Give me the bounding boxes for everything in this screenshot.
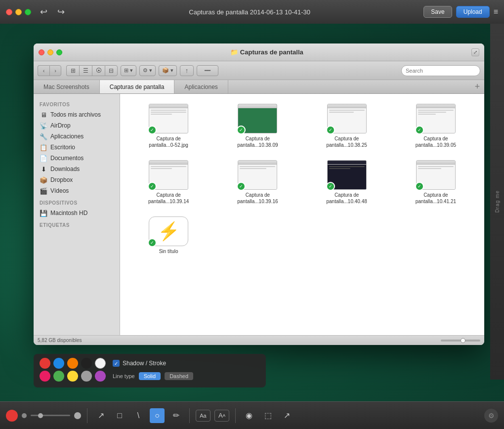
finder-zoom[interactable] xyxy=(56,49,62,55)
maximize-button[interactable] xyxy=(25,9,31,15)
tab-capturas[interactable]: Capturas de pantalla xyxy=(100,80,175,93)
oval-tool-button[interactable]: ○ xyxy=(150,408,165,423)
sidebar-item-escritorio[interactable]: 📋 Escritorio xyxy=(34,142,120,153)
settings-button[interactable]: ⚙ xyxy=(484,409,498,423)
text-large-button[interactable]: AA xyxy=(214,410,229,422)
color-orange[interactable] xyxy=(67,358,78,369)
dot-small[interactable] xyxy=(22,413,27,418)
main-color-picker[interactable] xyxy=(6,410,18,422)
slider-track[interactable] xyxy=(31,415,70,416)
file-item[interactable]: ✓ Captura de pantalla...10.39.14 xyxy=(126,156,211,209)
color-black[interactable] xyxy=(81,358,92,369)
sidebar-item-macintosh[interactable]: 💾 Macintosh HD xyxy=(34,208,120,218)
action-button[interactable]: ⚙ ▾ xyxy=(139,65,156,76)
color-yellow[interactable] xyxy=(67,371,78,382)
file-item[interactable]: ⚡ ✓ Sin título xyxy=(126,213,211,258)
toolbar-right: Save Upload ≡ xyxy=(423,6,498,18)
favorites-section-title: FAVORITOS xyxy=(34,98,120,109)
zoom-slider[interactable] xyxy=(441,340,480,342)
dropbox-button[interactable]: 📦 ▾ xyxy=(159,65,177,76)
sidebar: FAVORITOS 🖥 Todos mis archivos 📡 AirDrop… xyxy=(34,94,120,335)
finder-close[interactable] xyxy=(39,49,44,55)
menu-button[interactable]: ≡ xyxy=(494,7,498,16)
add-tab-button[interactable]: + xyxy=(472,82,482,92)
edit-button[interactable]: ━━ xyxy=(197,65,218,76)
pointer-tool-button[interactable]: ↗ xyxy=(279,408,294,423)
check-badge: ✓ xyxy=(148,238,157,247)
file-item[interactable]: ✓ Captura de pantalla...10.40.48 xyxy=(304,156,389,209)
status-text: 5,82 GB disponibles xyxy=(38,338,82,343)
airdrop-icon: 📡 xyxy=(40,122,47,129)
redo-button[interactable]: ↪ xyxy=(54,5,68,18)
close-button[interactable] xyxy=(6,9,12,15)
finder-titlebar: 📁 Capturas de pantalla ⤢ xyxy=(34,43,484,61)
fill-tool-button[interactable]: ◉ xyxy=(242,408,256,423)
check-badge: ✓ xyxy=(415,182,424,191)
file-name: Captura de pantalla...10.40.48 xyxy=(325,192,369,205)
dispositivos-section-title: DISPOSITIVOS xyxy=(34,196,120,208)
list-view-button[interactable]: ☰ xyxy=(79,65,92,76)
search-input[interactable] xyxy=(401,65,480,76)
finder-minimize[interactable] xyxy=(47,49,53,55)
file-name: Captura de pantalla...10.39.14 xyxy=(146,192,191,205)
sidebar-item-downloads[interactable]: ⬇ Downloads xyxy=(34,164,120,174)
file-item[interactable]: ✓ Captura de pantalla...0-52.jpg xyxy=(126,100,211,152)
save-button[interactable]: Save xyxy=(423,6,452,18)
slider-thumb[interactable] xyxy=(38,413,43,418)
drag-panel[interactable]: Drag me xyxy=(490,24,504,380)
coverflow-view-button[interactable]: ⊟ xyxy=(105,65,118,76)
arrow-tool-button[interactable]: ↗ xyxy=(93,408,108,423)
sidebar-item-videos[interactable]: 🎬 Vídeos xyxy=(34,185,120,196)
upload-button[interactable]: Upload xyxy=(456,6,490,18)
color-gray[interactable] xyxy=(81,371,92,382)
sidebar-item-documentos[interactable]: 📄 Documentos xyxy=(34,153,120,164)
file-thumbnail: ✓ xyxy=(327,160,367,190)
finder-window: 📁 Capturas de pantalla ⤢ ‹ › ⊞ ☰ ⦿ ⊟ ⊞ ▾… xyxy=(34,43,484,345)
solid-line-button[interactable]: Solid xyxy=(139,372,161,380)
color-green[interactable] xyxy=(53,371,64,382)
view-buttons: ⊞ ☰ ⦿ ⊟ xyxy=(66,65,118,76)
rectangle-tool-button[interactable]: □ xyxy=(112,408,127,423)
file-item[interactable]: ✓ Captura de pantalla...10.39.16 xyxy=(215,156,300,209)
file-item[interactable]: ✓ Captura de pantalla...10.38.25 xyxy=(304,100,389,152)
finder-toolbar: ‹ › ⊞ ☰ ⦿ ⊟ ⊞ ▾ ⚙ ▾ 📦 ▾ ↑ ━━ xyxy=(34,61,484,80)
column-view-button[interactable]: ⦿ xyxy=(92,65,105,76)
line-tool-button[interactable]: \ xyxy=(131,408,146,423)
line-type-section: Line type Solid Dashed xyxy=(113,372,193,380)
undo-button[interactable]: ↩ xyxy=(37,5,50,18)
color-pink[interactable] xyxy=(40,371,50,382)
file-item[interactable]: ✓ Captura de pantalla...10.38.09 xyxy=(215,100,300,152)
icon-view-button[interactable]: ⊞ xyxy=(66,65,79,76)
color-purple[interactable] xyxy=(95,371,106,382)
back-button[interactable]: ‹ xyxy=(38,65,49,76)
arrange-button[interactable]: ⊞ ▾ xyxy=(121,65,136,76)
sidebar-item-aplicaciones[interactable]: 🔧 Aplicaciones xyxy=(34,131,120,142)
share-button[interactable]: ↑ xyxy=(180,65,194,76)
color-red[interactable] xyxy=(40,358,50,369)
crop-tool-button[interactable]: ⬚ xyxy=(260,408,275,423)
text-small-button[interactable]: Aa xyxy=(196,410,210,422)
slider-thumb[interactable] xyxy=(461,338,465,343)
file-item[interactable]: ✓ Captura de pantalla...10.41.21 xyxy=(393,156,478,209)
sidebar-item-dropbox[interactable]: 📦 Dropbox xyxy=(34,174,120,185)
dot-large[interactable] xyxy=(74,412,81,419)
color-row-2: Line type Solid Dashed xyxy=(40,371,260,382)
file-item[interactable]: ✓ Captura de pantalla...10.39.05 xyxy=(393,100,478,152)
sidebar-item-airdrop[interactable]: 📡 AirDrop xyxy=(34,120,120,131)
separator xyxy=(87,408,87,423)
minimize-button[interactable] xyxy=(15,9,22,15)
dashed-line-button[interactable]: Dashed xyxy=(165,372,193,380)
color-row-1: ✓ Shadow / Stroke xyxy=(40,358,260,369)
toolbar-title: Capturas de pantalla 2014-06-13 10-41-30 xyxy=(76,8,423,16)
pen-tool-button[interactable]: ✏ xyxy=(168,408,183,423)
sidebar-item-todos[interactable]: 🖥 Todos mis archivos xyxy=(34,109,120,120)
shadow-checkbox[interactable]: ✓ xyxy=(113,360,120,367)
color-white[interactable] xyxy=(95,358,106,369)
toolbar-nav: ↩ ↪ xyxy=(37,5,68,18)
finder-fullscreen[interactable]: ⤢ xyxy=(471,48,479,56)
todos-icon: 🖥 xyxy=(40,111,47,119)
tab-aplicaciones[interactable]: Aplicaciones xyxy=(174,80,228,93)
tab-mac-screenshots[interactable]: Mac Screenshots xyxy=(34,80,100,93)
forward-button[interactable]: › xyxy=(49,65,61,76)
color-blue[interactable] xyxy=(53,358,64,369)
